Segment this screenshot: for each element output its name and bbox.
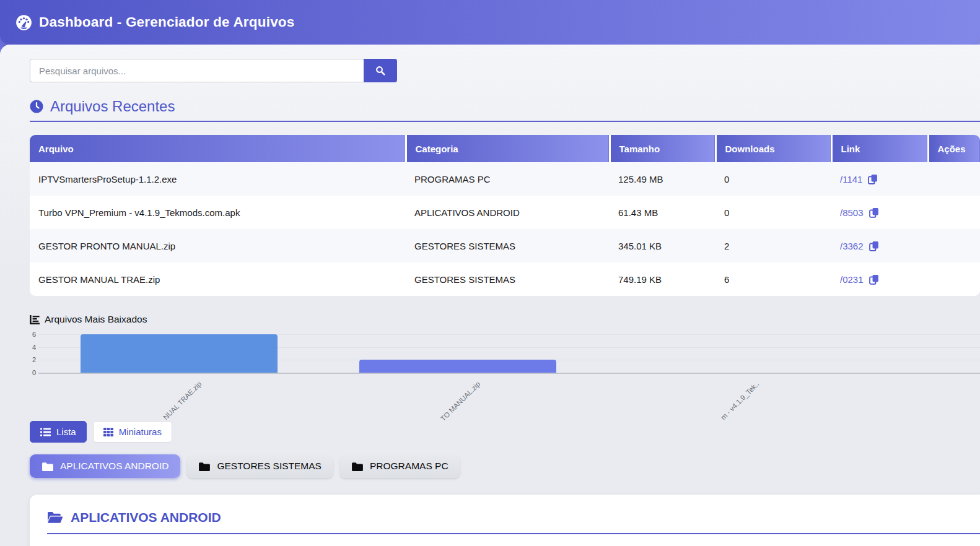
category-filter-label: GESTORES SISTEMAS (217, 461, 322, 472)
folder-icon (42, 462, 53, 471)
grid-icon (103, 428, 113, 436)
category-cell: GESTORES SISTEMAS (406, 262, 610, 296)
category-card-heading: APLICATIVOS ANDROID (47, 510, 980, 525)
downloads-cell: 0 (715, 196, 831, 229)
category-filter-button[interactable]: PROGRAMAS PC (339, 454, 460, 478)
open-folder-icon (47, 511, 63, 524)
downloads-cell: 0 (715, 162, 831, 196)
recent-files-title: Arquivos Recentes (50, 98, 175, 115)
file-name-cell: Turbo VPN_Premium - v4.1.9_Tekmods.com.a… (30, 196, 406, 229)
category-filter-label: APLICATIVOS ANDROID (60, 461, 168, 472)
category-cell: PROGRAMAS PC (406, 162, 610, 196)
file-link[interactable]: /1141 (840, 174, 862, 184)
recent-files-divider (30, 121, 980, 122)
chart-x-label: NUAL TRAE.zip (162, 380, 203, 421)
copy-icon[interactable] (869, 274, 879, 285)
search-input[interactable] (30, 59, 364, 82)
category-filter-row: APLICATIVOS ANDROID GESTORES SISTEMAS PR… (30, 454, 980, 478)
category-card-title: APLICATIVOS ANDROID (71, 510, 221, 525)
downloads-cell: 2 (715, 229, 831, 262)
folder-icon (351, 462, 363, 471)
actions-cell (928, 229, 980, 262)
downloads-cell: 6 (715, 262, 831, 296)
file-name-cell: IPTVSmartersProSetup-1.1.2.exe (30, 162, 406, 196)
chart-title: Arquivos Mais Baixados (45, 314, 147, 325)
file-name-cell: GESTOR MANUAL TRAE.zip (30, 262, 406, 296)
copy-icon[interactable] (869, 241, 879, 251)
table-header-row: Arquivo Categoria Tamanho Downloads Link… (30, 135, 980, 162)
chart-bar (359, 360, 556, 373)
chart-bar (81, 334, 278, 373)
size-cell: 61.43 MB (610, 196, 715, 229)
actions-cell (928, 196, 980, 229)
category-filter-label: PROGRAMAS PC (370, 461, 448, 472)
app-header: Dashboard - Gerenciador de Arquivos (0, 0, 980, 45)
category-cell: APLICATIVOS ANDROID (406, 196, 610, 229)
chart-y-tick-label: 6 (30, 331, 36, 338)
link-cell: /3362 (831, 229, 928, 262)
thumbnails-view-label: Miniaturas (119, 427, 162, 437)
column-header-arquivo: Arquivo (30, 135, 406, 162)
copy-icon[interactable] (868, 174, 878, 184)
actions-cell (928, 162, 980, 196)
dashboard-gauge-icon (15, 14, 32, 31)
files-table-body: IPTVSmartersProSetup-1.1.2.exe PROGRAMAS… (30, 162, 980, 296)
column-header-acoes: Ações (928, 135, 980, 162)
link-cell: /8503 (831, 196, 928, 229)
column-header-categoria: Categoria (406, 135, 610, 162)
page-title: Dashboard - Gerenciador de Arquivos (39, 14, 295, 30)
table-row: Turbo VPN_Premium - v4.1.9_Tekmods.com.a… (30, 196, 980, 229)
list-icon (40, 428, 51, 436)
actions-cell (928, 262, 980, 296)
thumbnails-view-button[interactable]: Miniaturas (93, 421, 172, 443)
table-row: GESTOR MANUAL TRAE.zip GESTORES SISTEMAS… (30, 262, 980, 296)
category-filter-button[interactable]: GESTORES SISTEMAS (186, 454, 333, 478)
size-cell: 125.49 MB (610, 162, 715, 196)
chart-y-tick-label: 4 (30, 344, 36, 351)
column-header-tamanho: Tamanho (610, 135, 715, 162)
files-table-wrap: Arquivo Categoria Tamanho Downloads Link… (30, 135, 980, 296)
file-link[interactable]: /3362 (840, 241, 864, 251)
view-toggle: Lista Miniaturas (30, 421, 980, 443)
chart-x-label: TO MANUAL.zip (439, 380, 481, 422)
main-content: Arquivos Recentes Arquivo Categoria Tama… (0, 45, 980, 546)
downloads-chart: 6420NUAL TRAE.zipTO MANUAL.zipm - v4.1.9… (30, 329, 980, 373)
list-view-label: Lista (56, 427, 76, 437)
link-cell: /0231 (831, 262, 928, 296)
files-table: Arquivo Categoria Tamanho Downloads Link… (30, 135, 980, 296)
file-link[interactable]: /0231 (840, 274, 864, 285)
copy-icon[interactable] (869, 207, 879, 218)
size-cell: 749.19 KB (610, 262, 715, 296)
category-card: APLICATIVOS ANDROID (30, 495, 980, 546)
category-filter-button[interactable]: APLICATIVOS ANDROID (30, 454, 180, 478)
category-card-divider (47, 533, 980, 534)
search-bar (30, 59, 980, 82)
table-row: GESTOR PRONTO MANUAL.zip GESTORES SISTEM… (30, 229, 980, 262)
file-link[interactable]: /8503 (840, 207, 864, 218)
table-row: IPTVSmartersProSetup-1.1.2.exe PROGRAMAS… (30, 162, 980, 196)
clock-icon (30, 100, 43, 113)
size-cell: 345.01 KB (610, 229, 715, 262)
folder-icon (198, 462, 210, 471)
file-name-cell: GESTOR PRONTO MANUAL.zip (30, 229, 406, 262)
column-header-downloads: Downloads (715, 135, 831, 162)
chart-x-axis-line (38, 373, 980, 374)
chart-heading: Arquivos Mais Baixados (30, 314, 980, 325)
bar-chart-icon (30, 315, 40, 324)
list-view-button[interactable]: Lista (30, 421, 87, 443)
search-button[interactable] (364, 59, 397, 82)
column-header-link: Link (831, 135, 928, 162)
link-cell: /1141 (831, 162, 928, 196)
chart-x-label: m - v4.1.9_Tek.. (719, 380, 760, 421)
category-cell: GESTORES SISTEMAS (406, 229, 610, 262)
search-icon (375, 66, 385, 76)
chart-y-tick-label: 2 (30, 357, 36, 363)
recent-files-heading: Arquivos Recentes (30, 98, 980, 115)
chart-y-tick-label: 0 (30, 370, 36, 376)
